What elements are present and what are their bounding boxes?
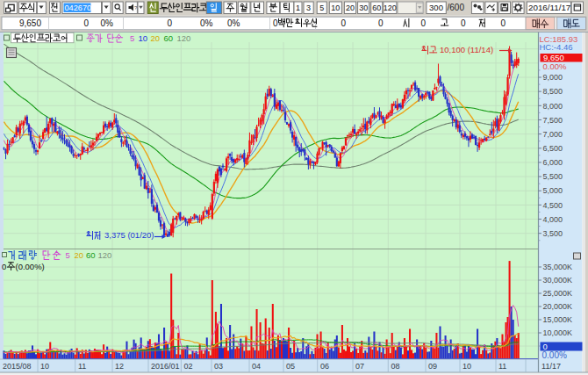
svg-text:10,000K: 10,000K xyxy=(543,328,573,337)
svg-text:1: 1 xyxy=(296,4,300,12)
svg-text:4,500: 4,500 xyxy=(543,201,563,210)
svg-text:0: 0 xyxy=(500,18,506,28)
svg-text:HC:-4.46: HC:-4.46 xyxy=(540,42,573,52)
svg-text:30: 30 xyxy=(359,4,368,12)
svg-text:20: 20 xyxy=(346,4,355,12)
svg-text:042670: 042670 xyxy=(65,4,92,12)
svg-text:0%: 0% xyxy=(101,18,114,28)
svg-text:2016/01: 2016/01 xyxy=(151,362,180,371)
svg-text:0: 0 xyxy=(83,18,89,28)
svg-text:04: 04 xyxy=(252,362,261,371)
svg-text:120: 120 xyxy=(98,250,112,260)
svg-text:5: 5 xyxy=(319,4,324,12)
svg-text:11/17: 11/17 xyxy=(541,362,561,371)
svg-text:11: 11 xyxy=(498,362,506,371)
svg-text:10: 10 xyxy=(463,362,471,371)
svg-text:6,000: 6,000 xyxy=(543,158,563,167)
svg-text:0: 0 xyxy=(461,18,466,28)
svg-text:0.00%: 0.00% xyxy=(543,61,567,71)
svg-text:03: 03 xyxy=(214,362,223,371)
svg-text:25,000K: 25,000K xyxy=(543,289,573,298)
svg-text:8,500: 8,500 xyxy=(543,87,563,96)
svg-text:5: 5 xyxy=(66,250,70,260)
svg-text:20: 20 xyxy=(75,250,84,260)
svg-text:15,000K: 15,000K xyxy=(543,315,573,324)
svg-text:120: 120 xyxy=(177,33,191,43)
svg-text:60: 60 xyxy=(164,33,174,43)
svg-text:0%: 0% xyxy=(227,18,240,28)
svg-text:3,500: 3,500 xyxy=(543,229,563,238)
svg-text:60: 60 xyxy=(86,250,96,260)
svg-text:0: 0 xyxy=(2,262,6,271)
svg-text:60: 60 xyxy=(372,4,381,12)
svg-text:120: 120 xyxy=(384,4,397,12)
svg-text:02: 02 xyxy=(184,362,193,371)
svg-text:7,500: 7,500 xyxy=(543,116,563,125)
svg-text:5,000: 5,000 xyxy=(543,186,563,195)
svg-text:12: 12 xyxy=(115,362,124,371)
svg-text:07: 07 xyxy=(355,362,364,371)
svg-text:30,000K: 30,000K xyxy=(543,276,573,285)
svg-text:08: 08 xyxy=(391,362,400,371)
svg-text:06: 06 xyxy=(320,362,329,371)
svg-text:0: 0 xyxy=(378,18,384,28)
svg-text:20,000K: 20,000K xyxy=(543,302,573,311)
svg-text:05: 05 xyxy=(286,362,295,371)
svg-text:0: 0 xyxy=(167,18,172,28)
svg-text:10: 10 xyxy=(331,4,340,12)
svg-text:3,375 (01/20): 3,375 (01/20) xyxy=(104,230,154,240)
svg-text:20: 20 xyxy=(151,33,161,43)
svg-text:0.00%: 0.00% xyxy=(542,350,567,360)
svg-text:9,000: 9,000 xyxy=(543,73,563,82)
svg-text:2016/11/17: 2016/11/17 xyxy=(528,3,570,12)
svg-text:35,000K: 35,000K xyxy=(543,263,573,271)
svg-text:2015/08: 2015/08 xyxy=(3,362,32,371)
svg-text:9,650: 9,650 xyxy=(19,18,41,28)
svg-text:10,100 (11/14): 10,100 (11/14) xyxy=(440,45,493,54)
svg-text:5: 5 xyxy=(130,33,134,43)
svg-text:10: 10 xyxy=(40,362,49,371)
svg-text:8,000: 8,000 xyxy=(543,102,563,111)
svg-text:(0.00%): (0.00%) xyxy=(16,262,45,271)
svg-text:0: 0 xyxy=(420,18,426,28)
svg-text:11: 11 xyxy=(78,362,86,371)
svg-text:0: 0 xyxy=(273,18,278,28)
svg-text:4,000: 4,000 xyxy=(543,215,563,224)
svg-text:300: 300 xyxy=(429,3,443,12)
svg-text:0%: 0% xyxy=(200,18,213,28)
svg-text:3: 3 xyxy=(306,4,311,12)
svg-text:7,000: 7,000 xyxy=(543,130,563,139)
svg-text:/600: /600 xyxy=(448,3,465,12)
svg-text:5,500: 5,500 xyxy=(543,172,563,181)
svg-text:10: 10 xyxy=(139,33,148,43)
svg-text:6,500: 6,500 xyxy=(543,144,563,153)
svg-text:0: 0 xyxy=(341,18,346,28)
svg-text:09: 09 xyxy=(428,362,437,371)
